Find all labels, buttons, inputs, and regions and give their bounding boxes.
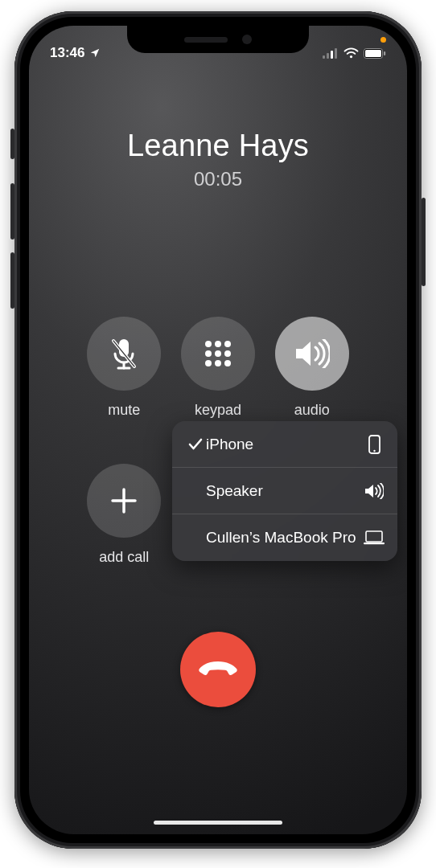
- svg-rect-6: [384, 51, 385, 55]
- svg-rect-25: [366, 531, 382, 542]
- audio-route-speaker[interactable]: Speaker: [172, 468, 397, 514]
- svg-point-19: [215, 360, 221, 366]
- screen: 13:46: [29, 26, 407, 834]
- side-power-button[interactable]: [422, 198, 426, 286]
- svg-rect-1: [327, 53, 329, 59]
- keypad-icon: [202, 338, 234, 370]
- home-indicator[interactable]: [154, 821, 282, 825]
- svg-point-24: [373, 449, 375, 451]
- mute-icon: [108, 336, 140, 371]
- status-time: 13:46: [50, 45, 84, 61]
- audio-route-label: iPhone: [206, 435, 364, 454]
- svg-point-16: [215, 350, 221, 357]
- checkmark-icon: [185, 438, 206, 451]
- audio-button[interactable]: audio: [265, 317, 359, 419]
- iphone-icon: [364, 435, 385, 454]
- svg-rect-3: [335, 48, 337, 59]
- audio-route-label: Speaker: [206, 481, 364, 501]
- laptop-icon: [364, 530, 385, 545]
- keypad-button[interactable]: keypad: [171, 317, 265, 419]
- speaker-icon: [294, 339, 330, 368]
- mute-button[interactable]: mute: [77, 317, 171, 419]
- device-frame: 13:46: [14, 11, 422, 849]
- location-icon: [89, 47, 101, 59]
- end-call-button[interactable]: [180, 632, 256, 707]
- cellular-signal-icon: [323, 48, 339, 59]
- svg-point-12: [205, 341, 212, 347]
- svg-rect-5: [365, 50, 381, 57]
- svg-rect-2: [331, 51, 333, 59]
- svg-point-14: [224, 341, 231, 347]
- svg-point-17: [224, 350, 231, 357]
- mute-label: mute: [108, 402, 140, 419]
- volume-up-button[interactable]: [10, 183, 14, 240]
- audio-label: audio: [294, 402, 330, 419]
- status-bar: 13:46: [29, 26, 407, 66]
- svg-rect-0: [323, 55, 325, 59]
- caller-header: Leanne Hays 00:05: [29, 129, 407, 190]
- svg-point-18: [205, 360, 212, 366]
- svg-point-20: [224, 360, 231, 366]
- hangup-icon: [198, 659, 238, 680]
- svg-point-15: [205, 350, 212, 357]
- speaker-icon: [364, 483, 385, 499]
- add-call-button[interactable]: add call: [77, 464, 171, 566]
- audio-route-mac[interactable]: Cullen’s MacBook Pro: [172, 514, 397, 561]
- svg-rect-26: [364, 542, 385, 544]
- call-duration: 00:05: [29, 168, 407, 190]
- audio-route-label: Cullen’s MacBook Pro: [206, 528, 364, 547]
- volume-down-button[interactable]: [10, 252, 14, 309]
- wifi-icon: [343, 47, 359, 59]
- add-call-label: add call: [99, 549, 149, 566]
- ring-silent-switch[interactable]: [10, 129, 14, 159]
- svg-point-13: [215, 341, 221, 347]
- caller-name: Leanne Hays: [29, 129, 407, 163]
- plus-icon: [109, 486, 138, 515]
- battery-icon: [364, 48, 386, 59]
- keypad-label: keypad: [195, 402, 241, 419]
- audio-route-iphone[interactable]: iPhone: [172, 421, 397, 468]
- audio-route-menu: iPhone Speaker: [172, 421, 397, 561]
